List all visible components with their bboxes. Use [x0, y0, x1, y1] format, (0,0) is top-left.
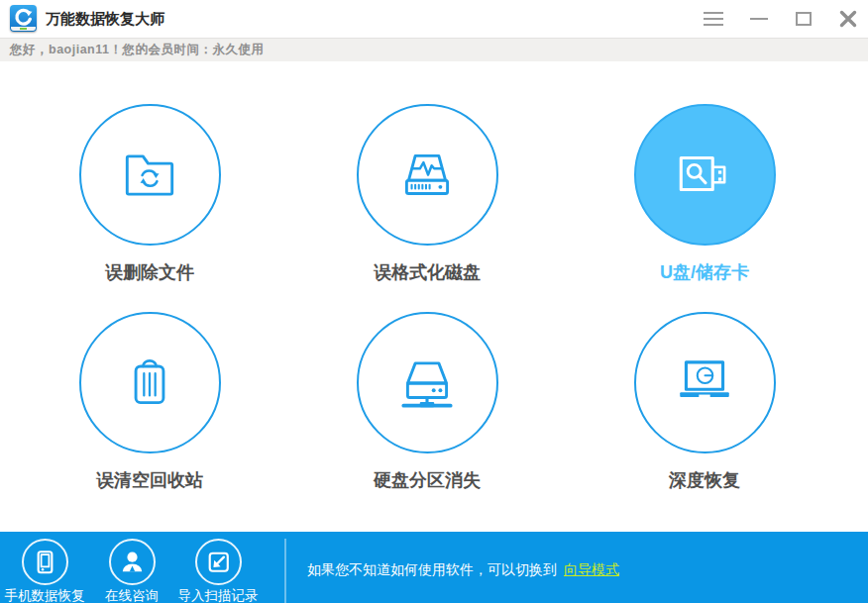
disk-network-icon [394, 351, 460, 416]
title-bar: 万能数据恢复大师 [0, 0, 868, 38]
laptop-clock-icon [672, 351, 737, 416]
footer-divider [284, 539, 286, 603]
menu-icon[interactable] [700, 8, 727, 30]
mode-circle [357, 104, 498, 246]
mode-circle [79, 312, 221, 453]
action-circle [109, 539, 156, 585]
mode-circle [634, 104, 776, 246]
person-icon [111, 541, 154, 584]
disk-pulse-icon [394, 143, 460, 208]
hint-text: 如果您不知道如何使用软件，可以切换到 [307, 561, 557, 579]
mode-usb-storage[interactable]: U盘/储存卡 [566, 104, 843, 284]
footer-action-phone-recovery[interactable]: 手机数据恢复 [1, 539, 88, 603]
mode-label: 误格式化磁盘 [288, 260, 566, 284]
mode-label: 误清空回收站 [11, 468, 288, 492]
minimize-button[interactable] [746, 8, 772, 30]
mode-emptied-recycle-bin[interactable]: 误清空回收站 [11, 312, 288, 492]
mode-deep-recovery[interactable]: 深度恢复 [566, 312, 843, 492]
app-logo-icon [10, 5, 37, 32]
phone-icon [24, 541, 66, 584]
member-status-bar: 您好，baojian11！您的会员时间：永久使用 [0, 38, 868, 61]
footer-hint: 如果您不知道如何使用软件，可以切换到 向导模式 [307, 532, 619, 603]
window-title: 万能数据恢复大师 [46, 10, 164, 29]
mode-circle [79, 104, 221, 246]
folder-recycle-icon [117, 143, 182, 208]
action-circle [195, 539, 242, 585]
mode-circle [634, 312, 776, 453]
usb-search-icon [672, 143, 737, 208]
action-circle [22, 539, 68, 585]
maximize-button[interactable] [791, 8, 816, 30]
import-icon [197, 541, 240, 584]
mode-circle [357, 312, 498, 453]
mode-label: 误删除文件 [11, 260, 288, 284]
footer-action-import-scan-records[interactable]: 导入扫描记录 [174, 539, 262, 603]
trash-icon [117, 351, 182, 416]
footer-bar: 手机数据恢复 在线咨询 导入扫描记录 [0, 532, 868, 603]
mode-label: U盘/储存卡 [566, 260, 843, 284]
wizard-mode-link[interactable]: 向导模式 [564, 561, 619, 579]
mode-label: 硬盘分区消失 [288, 468, 566, 492]
mode-formatted-disk[interactable]: 误格式化磁盘 [288, 104, 566, 284]
close-button[interactable] [834, 6, 862, 31]
action-label: 导入扫描记录 [174, 587, 262, 603]
mode-deleted-files[interactable]: 误删除文件 [11, 104, 288, 284]
footer-action-online-consult[interactable]: 在线咨询 [88, 539, 175, 603]
app-window: 万能数据恢复大师 您好，baojian11！您的会员时间：永久使用 [0, 0, 868, 603]
member-status-text: 您好，baojian11！您的会员时间：永久使用 [10, 42, 264, 58]
action-label: 在线咨询 [88, 587, 175, 603]
mode-lost-partition[interactable]: 硬盘分区消失 [288, 312, 566, 492]
action-label: 手机数据恢复 [1, 587, 88, 603]
mode-label: 深度恢复 [566, 468, 843, 492]
